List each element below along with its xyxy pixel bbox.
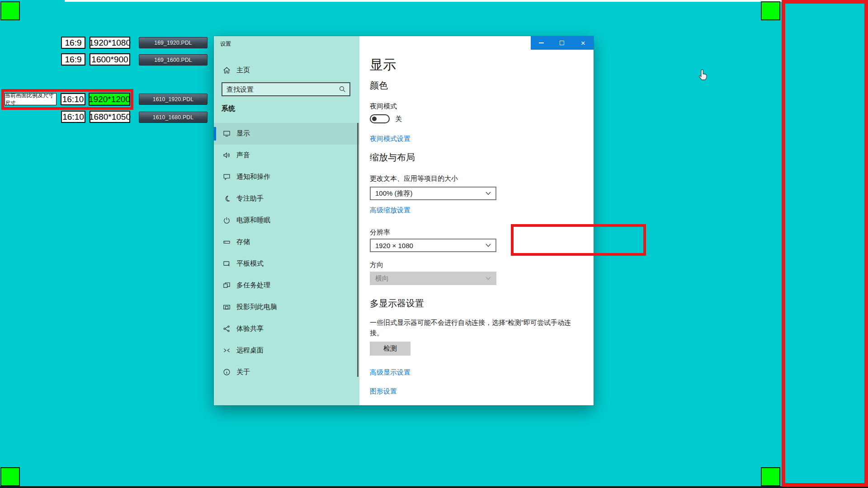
- resolution-dropdown[interactable]: 868 × 488: [370, 239, 496, 252]
- resolution-box: 1680*1050: [90, 111, 130, 123]
- resolution-red-frame: [511, 224, 646, 256]
- multitasking-icon: [223, 282, 231, 289]
- pdl-button-1610-1920[interactable]: 1610_1920.PDL: [139, 94, 208, 105]
- scale-dropdown-value: 100% (推荐): [375, 189, 486, 198]
- ratio-box: 16:9: [61, 37, 85, 49]
- pdl-button-1610-1680[interactable]: 1610_1680.PDL: [139, 112, 208, 123]
- corner-marker-top-right: [761, 1, 780, 20]
- power-icon: [223, 216, 231, 224]
- display-icon: [223, 130, 231, 137]
- sidebar-item-about[interactable]: 关于: [214, 361, 359, 383]
- close-button[interactable]: ×: [573, 36, 594, 50]
- resolution-box: 1600*900: [90, 53, 130, 66]
- sidebar-item-label: 主页: [236, 66, 250, 75]
- sound-icon: [223, 151, 231, 159]
- sidebar-item-storage[interactable]: 存储: [214, 231, 359, 253]
- resolution-box-current: 1920*1200: [89, 93, 130, 106]
- sidebar-item-label: 存储: [236, 238, 250, 246]
- sidebar-section-header: 系统: [222, 104, 235, 113]
- sidebar-item-label: 投影到此电脑: [236, 303, 277, 311]
- sidebar-item-label: 关于: [236, 368, 250, 376]
- orientation-dropdown-value: 横向: [375, 274, 486, 283]
- sidebar-item-label: 体验共享: [236, 324, 264, 333]
- info-icon: [223, 368, 231, 376]
- sidebar-item-label: 多任务处理: [236, 281, 270, 290]
- sidebar-item-sound[interactable]: 声音: [214, 145, 359, 166]
- resolution-box: 868*488: [90, 37, 130, 49]
- maximize-button[interactable]: [552, 36, 572, 50]
- right-red-frame: [782, 0, 868, 487]
- sidebar-items: 显示 声音 通知和操作: [214, 123, 359, 383]
- multi-display-description: 一些旧式显示器可能不会进行自动连接，选择“检测”即可尝试手动连接。: [370, 317, 584, 338]
- graphics-settings-link[interactable]: 图形设置: [370, 387, 397, 396]
- sidebar-item-display[interactable]: 显示: [214, 123, 359, 145]
- remote-desktop-icon: [223, 347, 231, 354]
- detect-button[interactable]: 检测: [370, 342, 410, 356]
- chevron-down-icon: [486, 192, 491, 195]
- sidebar-item-label: 显示: [236, 129, 250, 138]
- scale-layout-section-header: 缩放与布局: [370, 151, 415, 164]
- search-icon: [339, 86, 346, 93]
- toggle-knob: [372, 117, 377, 121]
- sidebar-item-multitasking[interactable]: 多任务处理: [214, 275, 359, 296]
- settings-search-box[interactable]: [222, 82, 350, 96]
- share-icon: [223, 325, 231, 333]
- scale-dropdown[interactable]: 100% (推荐): [370, 187, 496, 200]
- advanced-scaling-link[interactable]: 高级缩放设置: [370, 206, 410, 215]
- sidebar-item-label: 远程桌面: [236, 346, 264, 355]
- sidebar-item-tablet-mode[interactable]: 平板模式: [214, 253, 359, 275]
- tablet-icon: [223, 260, 231, 267]
- desktop: 16:9 868*488 169_1920.PDL 16:9 1600*90…: [0, 0, 868, 488]
- orientation-label: 方向: [370, 261, 383, 269]
- sidebar-item-notifications[interactable]: 通知和操作: [214, 166, 359, 188]
- night-light-label: 夜间模式: [370, 102, 397, 111]
- sidebar-item-label: 专注助手: [236, 194, 264, 203]
- sidebar-item-projecting[interactable]: 投影到此电脑: [214, 296, 359, 318]
- sidebar-item-remote-desktop[interactable]: 远程桌面: [214, 340, 359, 361]
- current-ratio-size-label: 当前画面比例及尺寸尺寸: [5, 93, 57, 105]
- storage-icon: [223, 238, 231, 246]
- minimize-button[interactable]: [531, 36, 552, 50]
- settings-window: 设置 主页 系统 显示: [214, 36, 594, 405]
- corner-marker-bottom-left: [0, 467, 20, 486]
- pdl-button-169-1920[interactable]: 169_1920.PDL: [139, 37, 208, 48]
- color-section-header: 颜色: [370, 80, 388, 92]
- night-light-toggle[interactable]: [370, 114, 390, 123]
- minimize-icon: [539, 42, 544, 43]
- window-caption-buttons: ×: [531, 36, 594, 50]
- scale-label: 更改文本、应用等项目的大小: [370, 174, 458, 183]
- settings-main-panel: 显示 颜色 夜间模式 关 夜间模式设置 缩放与布局 更改文本、应用等项目的大小 …: [359, 36, 594, 405]
- corner-marker-bottom-right: [761, 467, 780, 486]
- night-light-state: 关: [395, 115, 402, 123]
- sidebar-item-shared-experiences[interactable]: 体验共享: [214, 318, 359, 340]
- orientation-dropdown: 横向: [370, 272, 496, 285]
- sidebar-item-label: 电源和睡眠: [236, 216, 270, 225]
- search-input[interactable]: [222, 85, 339, 93]
- ratio-box: 16:10: [61, 111, 85, 123]
- resolution-dropdown-value: 868 × 488: [375, 242, 486, 249]
- sidebar-scrollbar[interactable]: [357, 123, 359, 377]
- corner-marker-top-left: [0, 1, 20, 20]
- pdl-button-169-1600[interactable]: 169_1600.PDL: [139, 54, 208, 66]
- notifications-icon: [223, 173, 231, 181]
- top-white-strip: [65, 0, 782, 2]
- chevron-down-icon: [486, 277, 491, 280]
- window-title: 设置: [220, 40, 231, 48]
- sidebar-item-home[interactable]: 主页: [214, 62, 359, 79]
- advanced-display-settings-link[interactable]: 高级显示设置: [370, 368, 410, 377]
- ratio-box: 16:10: [61, 93, 85, 105]
- page-title: 显示: [370, 56, 396, 74]
- ratio-box: 16:9: [61, 53, 85, 66]
- moon-icon: [223, 195, 231, 202]
- sidebar-item-focus-assist[interactable]: 专注助手: [214, 188, 359, 210]
- night-light-settings-link[interactable]: 夜间模式设置: [370, 135, 410, 143]
- settings-sidebar: 设置 主页 系统 显示: [214, 36, 359, 405]
- sidebar-item-power-sleep[interactable]: 电源和睡眠: [214, 210, 359, 231]
- bottom-black-bar: [0, 486, 868, 488]
- close-icon: ×: [581, 39, 585, 47]
- sidebar-item-label: 声音: [236, 151, 250, 160]
- home-icon: [223, 66, 231, 74]
- mouse-cursor-hand-icon: [698, 69, 709, 83]
- multi-display-section-header: 多显示器设置: [370, 297, 424, 310]
- projecting-icon: [223, 303, 231, 311]
